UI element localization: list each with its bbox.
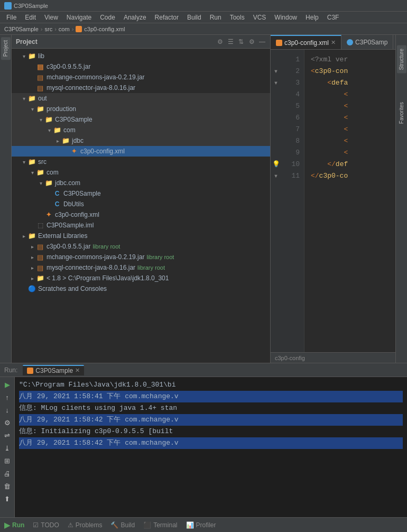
fold-open-2[interactable]: ▾ [274, 66, 278, 77]
tree-item-iml[interactable]: ⬚ C3P0Sample.iml [12, 220, 270, 231]
run-tab-c3p0sample[interactable]: C3P0Sample ✕ [23, 365, 84, 375]
breadcrumb-src[interactable]: src [45, 26, 53, 32]
run-label: Run: [4, 366, 17, 374]
console-area[interactable]: "C:\Program Files\Java\jdk1.8.0_301\bi 八… [15, 377, 407, 517]
tree-label-out: out [38, 95, 47, 102]
gear-icon[interactable]: ⚙ [216, 38, 224, 45]
tree-item-scratches[interactable]: 🔵 Scratches and Consoles [12, 283, 270, 294]
code-indent-3 [311, 77, 327, 89]
run-clear-button[interactable]: 🗑 [2, 481, 13, 491]
tree-item-c3p0sample-src[interactable]: C C3P0Sample [12, 188, 270, 199]
menu-analyze[interactable]: Analyze [119, 13, 151, 22]
jar-mchange-icon: ▤ [36, 73, 44, 81]
tab-c3p0config[interactable]: c3p0-config.xml ✕ [271, 35, 341, 49]
code-display[interactable]: <?xml ver <c3p0-con <defa < < [304, 50, 395, 352]
tree-item-jdbc-out[interactable]: ▸ 📁 jdbc [12, 135, 270, 146]
sort-icon[interactable]: ⇅ [237, 38, 245, 45]
fold-open-3[interactable]: ▾ [274, 77, 278, 89]
tree-item-mchangejar[interactable]: ▤ mchange-commons-java-0.2.19.jar [12, 72, 270, 82]
tree-label-mchangejar2-suffix: library root [146, 254, 174, 260]
tree-item-c3p0jar[interactable]: ▤ c3p0-0.9.5.5.jar [12, 61, 270, 72]
folder-out-icon: 📁 [27, 94, 36, 103]
menu-window[interactable]: Window [270, 13, 301, 22]
breadcrumb-c3p0sample[interactable]: C3P0Sample [4, 26, 39, 32]
tree-item-mysqljar2[interactable]: ▸ ▤ mysql-connector-java-8.0.16.jar libr… [12, 262, 270, 273]
status-todo[interactable]: ☑ TODO [33, 521, 59, 529]
settings-icon[interactable]: ⚙ [248, 38, 255, 45]
tab-c3p0sample[interactable]: C3P0Samp [341, 35, 393, 49]
tree-item-c3p0jar2[interactable]: ▸ ▤ c3p0-0.9.5.5.jar library root [12, 241, 270, 252]
run-down-arrow[interactable]: ⬆ [2, 493, 13, 504]
menu-help[interactable]: Help [301, 13, 323, 22]
folder-production-icon: 📁 [36, 105, 44, 113]
line-num-9: 9 [285, 147, 300, 159]
run-scroll-end-button[interactable]: ⤓ [2, 443, 13, 453]
run-settings-button[interactable]: ⚙ [2, 417, 13, 428]
tree-item-c3p0sample-out[interactable]: ▾ 📁 C3P0Sample [12, 114, 270, 125]
project-side-tab[interactable]: Project [1, 37, 11, 60]
status-build[interactable]: 🔨 Build [110, 521, 135, 529]
menu-c3f[interactable]: C3F [323, 13, 344, 22]
arrow-production: ▾ [29, 106, 36, 112]
code-text-5a: < [344, 100, 348, 112]
run-wrap-button[interactable]: ⇌ [2, 430, 13, 441]
run-print-button[interactable]: 🖨 [2, 468, 13, 479]
menu-file[interactable]: File [2, 13, 21, 22]
tree-item-src[interactable]: ▾ 📁 src [12, 157, 270, 167]
run-filter-button[interactable]: ⊞ [2, 455, 13, 466]
status-terminal[interactable]: ⬛ Terminal [143, 521, 177, 529]
tree-item-lib[interactable]: ▾ 📁 lib [12, 51, 270, 61]
menu-refactor[interactable]: Refactor [151, 13, 183, 22]
favorites-side-tab[interactable]: Favorites [397, 99, 406, 127]
jar-mysql-icon: ▤ [36, 84, 44, 92]
tree-item-jdbc-src[interactable]: ▾ 📁 jdbc.com [12, 178, 270, 188]
tree-item-mchangejar2[interactable]: ▸ ▤ mchange-commons-java-0.2.19.jar libr… [12, 252, 270, 262]
run-stop-button[interactable]: ↑ [2, 392, 13, 402]
run-status-label: Run [12, 521, 24, 529]
tree-item-com-out[interactable]: ▾ 📁 com [12, 125, 270, 135]
right-side-tabs: Structure Favorites [395, 35, 407, 363]
tree-item-c3p0config-out[interactable]: ✦ c3p0-config.xml [12, 146, 270, 157]
fold-open-11[interactable]: ▾ [274, 170, 278, 182]
bulb-icon-10[interactable]: 💡 [272, 159, 280, 170]
minimize-icon[interactable]: — [258, 38, 266, 45]
project-tree[interactable]: ▾ 📁 lib ▤ c3p0-0.9.5.5.jar ▤ mc [12, 49, 270, 363]
tree-item-jdk[interactable]: ▸ 📁 < 1.8 > C:\Program Files\Java\jdk1.8… [12, 273, 270, 283]
menu-navigate[interactable]: Navigate [62, 13, 96, 22]
gutter-row-2[interactable]: ▾ [272, 66, 280, 77]
tree-item-com-src[interactable]: ▾ 📁 com [12, 167, 270, 178]
breadcrumb-file[interactable]: c3p0-config.xml [84, 26, 125, 32]
arrow-c3p0sample-out: ▾ [37, 117, 44, 123]
run-tabs: Run: C3P0Sample ✕ [0, 363, 407, 377]
run-rerun-button[interactable]: ↓ [2, 405, 13, 415]
tab-c3p0sample-label: C3P0Samp [355, 39, 387, 46]
menu-tools[interactable]: Tools [226, 13, 249, 22]
tree-item-extlibs[interactable]: ▸ 📁 External Libraries [12, 231, 270, 241]
gutter-row-11: ▾ [272, 170, 280, 182]
status-problems[interactable]: ⚠ Problems [68, 521, 103, 529]
console-line-date2: 八月 29, 2021 1:58:42 下午 com.mchange.v [19, 414, 403, 426]
tab-c3p0config-close[interactable]: ✕ [331, 39, 336, 46]
menu-vcs[interactable]: VCS [249, 13, 271, 22]
tree-item-dbutils-src[interactable]: C DbUtils [12, 199, 270, 209]
menu-view[interactable]: View [40, 13, 62, 22]
tree-item-out[interactable]: ▾ 📁 out [12, 93, 270, 104]
menu-run[interactable]: Run [206, 13, 226, 22]
menu-edit[interactable]: Edit [21, 13, 40, 22]
run-play-button[interactable]: ▶ [2, 379, 13, 390]
tree-item-mysqljar[interactable]: ▤ mysql-connector-java-8.0.16.jar [12, 82, 270, 93]
list-icon[interactable]: ☰ [227, 38, 234, 45]
run-status-button[interactable]: ▶ Run [4, 521, 24, 529]
structure-side-tab[interactable]: Structure [397, 45, 406, 74]
status-profiler[interactable]: 📊 Profiler [186, 521, 216, 529]
run-tab-close[interactable]: ✕ [75, 367, 80, 374]
run-tab-icon [27, 368, 33, 374]
code-line-10: </def [311, 159, 389, 170]
tree-item-c3p0config-src[interactable]: ✦ c3p0-config.xml [12, 209, 270, 220]
tree-label-iml: C3P0Sample.iml [47, 222, 94, 229]
menu-build[interactable]: Build [183, 13, 206, 22]
tree-item-production[interactable]: ▾ 📁 production [12, 104, 270, 114]
menu-code[interactable]: Code [96, 13, 119, 22]
breadcrumb-com[interactable]: com [59, 26, 70, 32]
profiler-icon: 📊 [186, 521, 194, 529]
